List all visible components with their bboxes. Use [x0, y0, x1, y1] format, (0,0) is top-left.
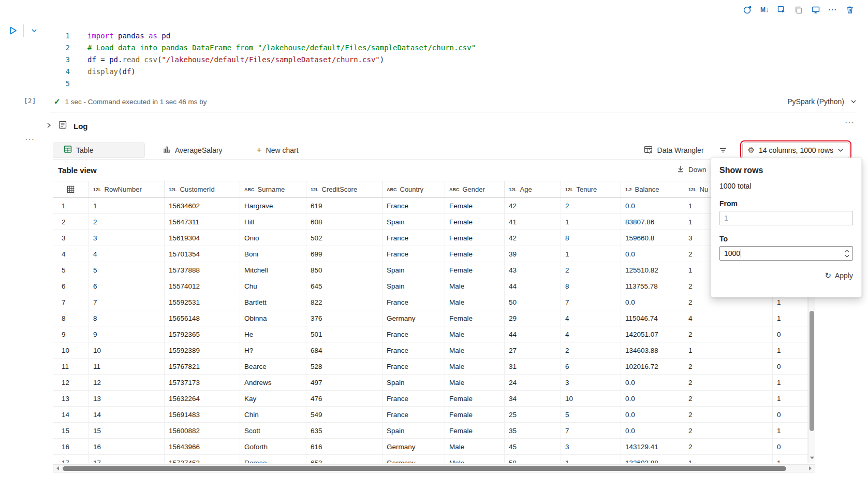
data-cell: 3	[89, 230, 165, 246]
data-cell: 0.0	[621, 246, 684, 262]
columns-rows-settings-button[interactable]: ⚙ 14 columns, 1000 rows	[742, 142, 849, 158]
monitor-icon[interactable]	[808, 3, 823, 17]
data-cell: 43	[505, 262, 561, 278]
column-header-CreditScore[interactable]: 12LCreditScore	[306, 181, 382, 197]
data-cell: Female	[445, 407, 505, 422]
data-cell: Hargrave	[240, 198, 306, 213]
row-index-cell: 8	[53, 310, 89, 326]
scroll-right-arrow[interactable]	[806, 465, 815, 472]
grid-icon-header[interactable]	[53, 181, 89, 197]
data-cell: 2	[684, 407, 773, 422]
text-caret	[741, 249, 741, 257]
code-line[interactable]: 3df = pd.read_csv("/lakehouse/default/Fi…	[0, 54, 847, 66]
column-header-Balance[interactable]: 1.2Balance	[621, 181, 684, 197]
data-cell: 1	[561, 246, 621, 262]
horizontal-scrollbar-thumb[interactable]	[63, 466, 786, 471]
code-line[interactable]: 4display(df)	[0, 66, 847, 78]
filter-icon[interactable]	[715, 144, 731, 157]
move-cell-icon[interactable]	[774, 3, 789, 17]
row-index-cell: 5	[53, 262, 89, 278]
more-commands-icon[interactable]: ···	[825, 3, 841, 17]
tab-averagesalary[interactable]: AverageSalary	[152, 142, 231, 158]
tab-table[interactable]: Table	[53, 142, 145, 158]
row-index-cell: 11	[53, 359, 89, 374]
column-header-RowNumber[interactable]: 12LRowNumber	[89, 181, 165, 197]
delete-cell-icon[interactable]	[842, 3, 858, 17]
data-cell: France	[382, 359, 445, 374]
from-input[interactable]	[719, 211, 853, 225]
results-toolbar: Data Wrangler ⚙ 14 columns, 1000 rows	[644, 142, 851, 158]
data-cell: 653	[306, 455, 382, 463]
data-cell: Male	[445, 359, 505, 374]
table-row: 111115767821Bearce528FranceMale316102016…	[53, 359, 808, 375]
data-wrangler-label: Data Wrangler	[657, 146, 704, 154]
scroll-down-arrow[interactable]	[808, 454, 815, 462]
kernel-selector[interactable]: PySpark (Python)	[787, 95, 857, 108]
row-index-cell: 2	[53, 214, 89, 230]
data-cell: 142051.07	[621, 326, 684, 342]
column-header-Gender[interactable]: ABCGender	[445, 181, 505, 197]
data-cell: 15592531	[165, 294, 240, 310]
data-cell: 6	[89, 278, 165, 294]
column-header-Age[interactable]: 12LAge	[505, 181, 561, 197]
data-cell: 15574012	[165, 278, 240, 294]
vertical-scrollbar-thumb[interactable]	[810, 311, 814, 431]
log-section-header[interactable]: Log	[46, 117, 88, 135]
code-lines: 1import pandas as pd2# Load data into pa…	[0, 30, 847, 90]
scroll-left-arrow[interactable]	[53, 465, 62, 472]
code-line[interactable]: 2# Load data into pandas DataFrame from …	[0, 42, 847, 54]
data-cell: 11	[89, 359, 165, 374]
data-cell: 159660.8	[621, 230, 684, 246]
data-wrangler-icon	[644, 145, 653, 155]
table-row: 171715737452Romeo653GermanyMale581132602…	[53, 455, 808, 463]
data-cell: 10	[89, 342, 165, 358]
apply-button[interactable]: ↻ Apply	[825, 271, 853, 280]
data-cell: 83807.86	[621, 214, 684, 230]
data-cell: 41	[505, 214, 561, 230]
data-cell: 699	[306, 246, 382, 262]
column-type-badge: 12L	[688, 187, 697, 192]
data-cell: France	[382, 407, 445, 422]
column-type-badge: 12L	[169, 187, 177, 192]
data-cell: 15701354	[165, 246, 240, 262]
code-editor[interactable]: 1import pandas as pd2# Load data into pa…	[0, 30, 847, 90]
new-chart-button[interactable]: + New chart	[257, 145, 299, 155]
data-cell: 476	[306, 391, 382, 406]
to-input[interactable]: 1000	[719, 246, 853, 261]
horizontal-scrollbar[interactable]	[53, 464, 815, 472]
data-cell: Germany	[382, 439, 445, 454]
column-header-CustomerId[interactable]: 12LCustomerId	[165, 181, 240, 197]
duplicate-cell-icon[interactable]	[791, 3, 806, 17]
code-line[interactable]: 1import pandas as pd	[0, 30, 847, 42]
data-cell: 376	[306, 310, 382, 326]
column-header-Country[interactable]: ABCCountry	[382, 181, 445, 197]
download-button[interactable]: Down	[676, 165, 707, 175]
data-cell: 2	[561, 342, 621, 358]
log-more-icon[interactable]: ···	[845, 118, 855, 127]
data-cell: 635	[306, 423, 382, 438]
data-cell: Boni	[240, 246, 306, 262]
data-cell: 15647311	[165, 214, 240, 230]
row-index-cell: 9	[53, 326, 89, 342]
copilot-icon[interactable]	[740, 3, 755, 17]
convert-to-markdown-icon[interactable]: M↓	[757, 3, 772, 17]
expand-chevron-icon[interactable]	[46, 121, 52, 131]
data-cell: Male	[445, 342, 505, 358]
column-type-badge: ABC	[449, 187, 460, 192]
data-wrangler-button[interactable]: Data Wrangler	[644, 145, 704, 155]
data-cell: Female	[445, 423, 505, 438]
data-cell: 645	[306, 278, 382, 294]
data-cell: 15767821	[165, 359, 240, 374]
data-cell: France	[382, 246, 445, 262]
number-stepper[interactable]	[844, 248, 850, 261]
cell-more-icon[interactable]: ···	[25, 135, 35, 144]
column-header-Tenure[interactable]: 12LTenure	[561, 181, 621, 197]
data-cell: Goforth	[240, 439, 306, 454]
data-cell: 31	[505, 359, 561, 374]
code-line[interactable]: 5	[0, 78, 847, 90]
data-cell: 15691483	[165, 407, 240, 422]
column-header-Surname[interactable]: ABCSurname	[240, 181, 306, 197]
data-cell: 15737173	[165, 375, 240, 390]
line-number: 3	[0, 54, 70, 66]
table-row: 1115634602Hargrave619FranceFemale4220.01	[53, 198, 808, 214]
